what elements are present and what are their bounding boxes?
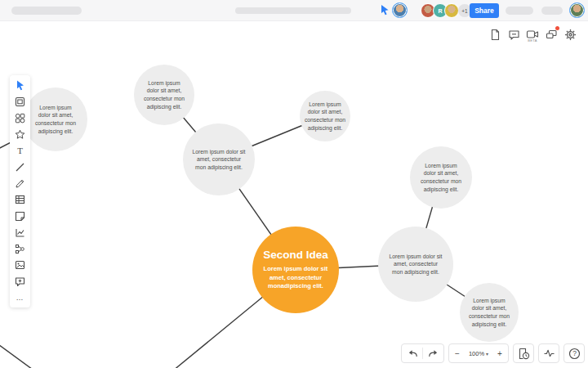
- zoom-level-value: 100%: [469, 350, 484, 357]
- mindmap-node-text: Lorem ipsum dolor sit amet, consectetur …: [419, 162, 463, 193]
- shapes-icon: [15, 113, 25, 123]
- export-page-button[interactable]: [487, 26, 503, 43]
- screens-icon: [546, 29, 558, 40]
- mindmap-node-text: Lorem ipsum dolor sit amet, consectetur …: [33, 104, 78, 135]
- tool-palette: T …: [10, 75, 30, 307]
- more-tools-button[interactable]: …: [10, 289, 30, 306]
- shapes-tool-button[interactable]: [10, 110, 30, 126]
- avatar-current-user[interactable]: [569, 2, 585, 18]
- mindmap-node-text: Lorem ipsum dolor sit amet, consectetur …: [467, 297, 511, 328]
- breadcrumb-placeholder: [235, 7, 351, 14]
- line-tool-button[interactable]: [10, 159, 30, 175]
- undo-button[interactable]: [402, 343, 422, 363]
- present-screens-button[interactable]: [543, 26, 559, 43]
- activity-group: [538, 343, 559, 363]
- redo-button[interactable]: [423, 343, 443, 363]
- mindmap-node[interactable]: Lorem ipsum dolor sit amet, consectetur …: [460, 283, 519, 342]
- undo-icon: [407, 348, 418, 358]
- beta-tag: BETA: [528, 38, 537, 43]
- zoom-group: − 100% ▾ +: [448, 343, 509, 363]
- mindmap-node[interactable]: Lorem ipsum dolor sit amet, consectetur …: [134, 65, 194, 125]
- zoom-in-button[interactable]: +: [492, 343, 508, 363]
- table-tool-button[interactable]: [10, 191, 30, 208]
- pencil-icon: [15, 178, 25, 189]
- whiteboard-canvas[interactable]: Lorem ipsum dolor sit amet, consectetur …: [0, 0, 588, 368]
- mindmap-node[interactable]: Lorem ipsum dolor sit amet, consectetur …: [378, 227, 453, 302]
- page-icon: [489, 29, 501, 41]
- share-button[interactable]: Share: [470, 3, 499, 18]
- mindmap-node[interactable]: Lorem ipsum dolor sit amet, consectetur …: [300, 91, 350, 141]
- version-history-button[interactable]: [514, 343, 533, 363]
- svg-text:?: ?: [572, 349, 577, 357]
- version-history-group: [513, 343, 534, 363]
- comments-button[interactable]: [506, 26, 522, 43]
- mindmap-tool-button[interactable]: [10, 240, 30, 257]
- mindmap-icon: [15, 244, 25, 254]
- mindmap-node[interactable]: Lorem ipsum dolor sit amet, consectetur …: [24, 88, 87, 151]
- gear-icon: [564, 29, 577, 41]
- pen-tool-button[interactable]: [10, 175, 30, 191]
- zoom-level-dropdown[interactable]: 100% ▾: [466, 343, 492, 363]
- help-button[interactable]: ?: [564, 343, 584, 363]
- video-call-button[interactable]: BETA: [524, 26, 541, 43]
- line-icon: [15, 162, 25, 173]
- help-group: ?: [564, 343, 585, 363]
- mindmap-node-text: Lorem ipsum dolor sit amet, consectetur …: [142, 79, 186, 110]
- chevron-down-icon: ▾: [486, 351, 488, 357]
- center-node[interactable]: Second Idea Lorem ipsum dolor sit amet, …: [252, 227, 339, 313]
- chart-icon: [15, 227, 25, 238]
- select-tool-button[interactable]: [10, 77, 30, 93]
- mindmap-node-text: Lorem ipsum dolor sit amet, consectetur …: [389, 253, 443, 276]
- redo-icon: [428, 348, 439, 358]
- menu-placeholder-2: [541, 7, 563, 15]
- mindmap-node-text: Lorem ipsum dolor sit amet, consectetur …: [192, 148, 246, 172]
- top-bar: R +1 Share: [0, 0, 588, 21]
- comment-icon: [508, 29, 520, 41]
- mindmap-node-text: Lorem ipsum dolor sit amet, consectetur …: [303, 101, 347, 132]
- menu-placeholder-1: [506, 7, 533, 15]
- image-icon: [15, 260, 25, 270]
- star-tool-button[interactable]: [10, 126, 30, 142]
- canvas-controls: − 100% ▾ + ?: [401, 343, 585, 363]
- image-tool-button[interactable]: [10, 257, 30, 273]
- comment-plus-icon: [15, 276, 25, 287]
- text-tool-button[interactable]: T: [10, 142, 30, 159]
- activity-button[interactable]: [539, 343, 559, 363]
- history-group: [401, 343, 444, 363]
- cursor-icon: [15, 79, 25, 91]
- center-node-body: Lorem ipsum dolor sit amet, consectetur …: [258, 265, 333, 292]
- sticky-note-icon: [15, 211, 25, 222]
- table-icon: [15, 195, 25, 204]
- mindmap-node[interactable]: Lorem ipsum dolor sit amet, consectetur …: [183, 123, 255, 195]
- notification-dot: [555, 26, 559, 30]
- mindmap-node[interactable]: Lorem ipsum dolor sit amet, consectetur …: [410, 146, 472, 209]
- sticky-note-tool-button[interactable]: [10, 208, 30, 224]
- frame-tool-button[interactable]: [10, 93, 30, 110]
- add-comment-tool-button[interactable]: [10, 273, 30, 289]
- activity-pulse-icon: [543, 348, 555, 358]
- canvas-action-bar: BETA: [487, 26, 578, 43]
- document-history-icon: [518, 348, 530, 360]
- frame-icon: [15, 96, 25, 107]
- document-title-placeholder: [11, 7, 82, 15]
- collaborator-cursor-icon: [380, 4, 390, 19]
- chart-tool-button[interactable]: [10, 224, 30, 240]
- question-mark-icon: ?: [568, 348, 581, 360]
- star-icon: [15, 129, 25, 140]
- settings-button[interactable]: [562, 26, 578, 43]
- avatar-collaborator-4[interactable]: [444, 3, 459, 18]
- zoom-out-button[interactable]: −: [449, 343, 466, 363]
- center-node-title: Second Idea: [263, 249, 328, 261]
- avatar-collaborator-1[interactable]: [392, 2, 408, 18]
